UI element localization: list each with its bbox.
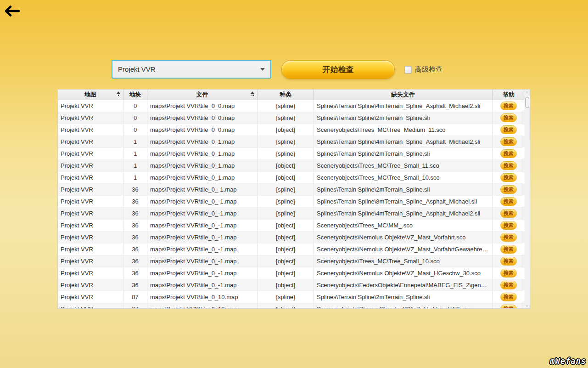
table-body: Projekt VVR 0 maps\Projekt VVR\tile_0_0.… [58,100,530,309]
cell-file: maps\Projekt VVR\tile_0_-1.map [147,279,258,291]
cell-file: maps\Projekt VVR\tile_0_-1.map [147,232,258,243]
table-row[interactable]: Projekt VVR 0 maps\Projekt VVR\tile_0_0.… [58,100,530,112]
column-header-help[interactable]: 帮助 [493,90,525,100]
cell-tile: 36 [123,196,147,207]
search-button[interactable]: 搜索 [500,209,517,218]
advanced-check-checkbox[interactable] [404,66,412,74]
table-row[interactable]: Projekt VVR 36 maps\Projekt VVR\tile_0_-… [58,220,530,232]
cell-kind: [object] [258,267,314,279]
table-row[interactable]: Projekt VVR 36 maps\Projekt VVR\tile_0_-… [58,255,530,267]
search-button[interactable]: 搜索 [500,173,517,182]
project-dropdown[interactable]: Projekt VVR [112,60,271,79]
cell-file: maps\Projekt VVR\tile_0_-1.map [147,243,258,255]
cell-map: Projekt VVR [58,279,123,291]
cell-kind: [spline] [258,100,314,112]
table-row[interactable]: Projekt VVR 0 maps\Projekt VVR\tile_0_0.… [58,124,530,136]
cell-help: 搜索 [493,255,525,267]
cell-tile: 0 [123,112,147,124]
cell-missing: Splines\Terrain Spline\4mTerrain_Spline_… [314,136,493,147]
cell-missing: Sceneryobjects\Nemolus Objekte\VZ_Mast_H… [314,267,493,279]
cell-missing: Splines\Terrain Spline\2mTerrain_Spline.… [314,184,493,195]
table-row[interactable]: Projekt VVR 87 maps\Projekt VVR\tile_0_1… [58,291,530,303]
cell-tile: 36 [123,243,147,255]
scroll-down-icon[interactable]: ⌄ [524,302,530,308]
search-button[interactable]: 搜索 [500,233,517,242]
search-button[interactable]: 搜索 [500,293,517,301]
cell-help: 搜索 [493,303,525,309]
column-header-tile[interactable]: 地块 [123,90,147,100]
search-button[interactable]: 搜索 [500,305,517,309]
search-button[interactable]: 搜索 [500,185,517,194]
column-header-file[interactable]: 文件 [147,90,258,100]
table-row[interactable]: Projekt VVR 36 maps\Projekt VVR\tile_0_-… [58,279,530,291]
cell-help: 搜索 [493,184,525,195]
table-row[interactable]: Projekt VVR 87 maps\Projekt VVR\tile_0_1… [58,303,530,309]
sort-ascending-icon-primary [117,91,120,96]
cell-kind: [object] [258,279,314,291]
cell-missing: Sceneryobjects\Trees_MC\MM_.sco [314,220,493,231]
cell-file: maps\Projekt VVR\tile_0_10.map [147,303,258,309]
cell-missing: Sceneryobjects\Trees_MC\Tree_Small_11.sc… [314,160,493,171]
search-button[interactable]: 搜索 [500,221,517,230]
table-row[interactable]: Projekt VVR 1 maps\Projekt VVR\tile_0_1.… [58,160,530,172]
search-button[interactable]: 搜索 [500,102,517,110]
table-row[interactable]: Projekt VVR 0 maps\Projekt VVR\tile_0_0.… [58,112,530,124]
search-button[interactable]: 搜索 [500,281,517,289]
cell-tile: 36 [123,208,147,219]
cell-missing: Sceneryobjects\Trees_MC\Tree_Small_10.sc… [314,172,493,183]
search-button[interactable]: 搜索 [500,161,517,170]
advanced-check-label: 高级检查 [415,65,442,74]
cell-help: 搜索 [493,208,525,219]
table-row[interactable]: Projekt VVR 1 maps\Projekt VVR\tile_0_1.… [58,136,530,148]
cell-map: Projekt VVR [58,255,123,267]
table-row[interactable]: Projekt VVR 1 maps\Projekt VVR\tile_0_1.… [58,172,530,184]
cell-tile: 1 [123,148,147,159]
cell-kind: [spline] [258,136,314,147]
cell-map: Projekt VVR [58,160,123,171]
search-button[interactable]: 搜索 [500,137,517,146]
table-row[interactable]: Projekt VVR 1 maps\Projekt VVR\tile_0_1.… [58,148,530,160]
table-row[interactable]: Projekt VVR 36 maps\Projekt VVR\tile_0_-… [58,184,530,196]
start-check-button[interactable]: 开始检查 [281,60,395,79]
search-button[interactable]: 搜索 [500,245,517,254]
table-row[interactable]: Projekt VVR 36 maps\Projekt VVR\tile_0_-… [58,243,530,255]
cell-map: Projekt VVR [58,124,123,136]
table-row[interactable]: Projekt VVR 36 maps\Projekt VVR\tile_0_-… [58,232,530,243]
back-button[interactable] [4,4,21,18]
cell-map: Projekt VVR [58,303,123,309]
cell-missing: Sceneryobjects\Nemolus Objekte\VZ_Mast_V… [314,243,493,255]
cell-tile: 36 [123,267,147,279]
column-header-map[interactable]: 地图 [58,90,123,100]
sort-ascending-icon-secondary [251,91,254,96]
cell-help: 搜索 [493,172,525,183]
table-row[interactable]: Projekt VVR 36 maps\Projekt VVR\tile_0_-… [58,208,530,220]
search-button[interactable]: 搜索 [500,269,517,277]
cell-tile: 1 [123,160,147,171]
cell-file: maps\Projekt VVR\tile_0_-1.map [147,220,258,231]
table-row[interactable]: Projekt VVR 36 maps\Projekt VVR\tile_0_-… [58,196,530,208]
cell-tile: 36 [123,255,147,267]
search-button[interactable]: 搜索 [500,113,517,122]
search-button[interactable]: 搜索 [500,125,517,134]
cell-map: Projekt VVR [58,136,123,147]
vertical-scrollbar[interactable]: ⌃ ⌄ [524,90,530,309]
cell-kind: [spline] [258,208,314,219]
scrollbar-thumb[interactable] [525,97,529,108]
search-button[interactable]: 搜索 [500,197,517,206]
search-button[interactable]: 搜索 [500,257,517,266]
cell-missing: Sceneryobjects\Steven Objecten\SK_Prikke… [314,303,493,309]
search-button[interactable]: 搜索 [500,149,517,158]
cell-help: 搜索 [493,220,525,231]
table-row[interactable]: Projekt VVR 36 maps\Projekt VVR\tile_0_-… [58,267,530,279]
cell-help: 搜索 [493,160,525,171]
cell-tile: 0 [123,100,147,112]
column-header-kind[interactable]: 种类 [258,90,314,100]
scroll-up-icon[interactable]: ⌃ [524,90,530,96]
cell-missing: Splines\Terrain Spline\4mTerrain_Spline_… [314,208,493,219]
cell-help: 搜索 [493,279,525,291]
cell-map: Projekt VVR [58,172,123,183]
cell-kind: [object] [258,124,314,136]
cell-missing: Splines\Terrain Spline\2mTerrain_Spline.… [314,112,493,124]
column-header-missing[interactable]: 缺失文件 [314,90,493,100]
cell-file: maps\Projekt VVR\tile_0_-1.map [147,255,258,267]
